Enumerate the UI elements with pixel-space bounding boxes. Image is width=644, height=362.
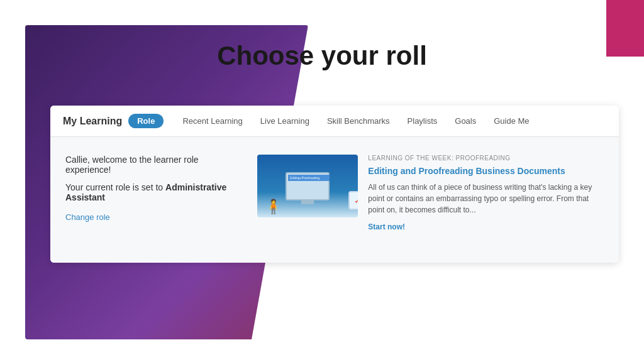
right-content: Editing+Proofreading ✓ 🧍 LEARNING OF THE… [257,155,604,245]
course-thumbnail: Editing+Proofreading ✓ 🧍 [257,155,358,217]
tab-role[interactable]: Role [128,114,164,128]
learning-panel: My Learning Role Recent Learning Live Le… [50,106,619,263]
screen-text: Editing+Proofreading [288,175,330,181]
content-area: Callie, welcome to the learner role expe… [50,137,619,263]
change-role-link[interactable]: Change role [65,212,238,222]
role-prefix: Your current role is set to [65,182,165,192]
tab-recent-learning[interactable]: Recent Learning [174,106,251,137]
start-now-link[interactable]: Start now! [368,222,405,231]
course-title[interactable]: Editing and Proofreading Business Docume… [368,165,604,177]
role-text: Your current role is set to Administrati… [65,182,238,202]
person-figure: 🧍 [265,199,282,215]
course-description: All of us can think of a piece of busine… [368,182,604,216]
nav-bar: My Learning Role Recent Learning Live Le… [50,106,619,137]
tab-guide-me[interactable]: Guide Me [485,106,538,137]
tab-live-learning[interactable]: Live Learning [252,106,318,137]
monitor-icon: Editing+Proofreading [286,172,330,200]
tab-goals[interactable]: Goals [446,106,485,137]
check-icon: ✓ [348,191,358,210]
nav-brand: My Learning [63,116,122,127]
learning-week-label: LEARNING OF THE WEEK: PROOFREADING [368,155,604,162]
page-title: Choose your roll [0,41,644,71]
course-info: LEARNING OF THE WEEK: PROOFREADING Editi… [368,155,604,245]
tab-skill-benchmarks[interactable]: Skill Benchmarks [318,106,399,137]
left-content: Callie, welcome to the learner role expe… [65,155,238,245]
welcome-message: Callie, welcome to the learner role expe… [65,155,238,175]
tab-playlists[interactable]: Playlists [399,106,447,137]
